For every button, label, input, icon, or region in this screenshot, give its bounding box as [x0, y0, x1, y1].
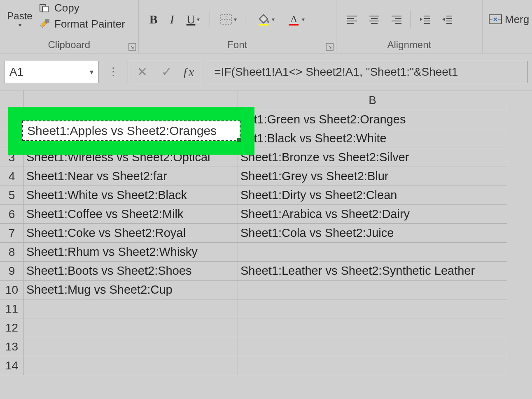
cell[interactable]	[24, 337, 238, 356]
increase-indent-icon	[441, 14, 453, 24]
font-dialog-launcher[interactable]: ↘	[326, 43, 334, 51]
cell[interactable]: Sheet1:Leather vs Sheet2:Synthetic Leath…	[238, 262, 507, 281]
svg-rect-1	[42, 6, 48, 12]
cell[interactable]: Sheet1:Dirty vs Sheet2:Clean	[238, 186, 507, 205]
copy-icon	[39, 3, 50, 13]
row-header[interactable]: 8	[0, 243, 24, 262]
row-header[interactable]: 7	[0, 224, 24, 243]
copy-button[interactable]: Copy	[36, 1, 128, 15]
row-header[interactable]: 5	[0, 186, 24, 205]
font-group: B I U▾ ▾ ▾ A ▾ Font ↘	[139, 0, 336, 53]
clipboard-group: Paste ▾ Copy Format Painter Clipboar	[0, 0, 139, 53]
merge-spacer	[486, 39, 529, 51]
selection-highlight: Sheet1:Apples vs Sheet2:Oranges	[8, 107, 254, 155]
chevron-down-icon: ▾	[19, 22, 21, 28]
cell[interactable]	[238, 281, 507, 299]
italic-button[interactable]: I	[168, 11, 177, 28]
cell[interactable]: Sheet1:White vs Sheet2:Black	[24, 186, 238, 205]
row-header[interactable]: 12	[0, 318, 24, 337]
bold-label: B	[149, 12, 158, 26]
align-right-button[interactable]	[388, 13, 405, 26]
formula-bar: A1 ▾ ⋮ ✕ ✓ ƒx =IF(Sheet1!A1<> Sheet2!A1,…	[0, 53, 532, 90]
svg-rect-6	[259, 24, 268, 26]
row-header[interactable]: 4	[0, 167, 24, 186]
decrease-indent-icon	[419, 14, 431, 24]
chevron-down-icon: ▾	[234, 16, 237, 23]
merge-button[interactable]: Merg	[486, 12, 532, 28]
cell[interactable]: Sheet1:Rhum vs Sheet2:Whisky	[24, 243, 238, 262]
alignment-group: Alignment	[336, 0, 483, 53]
cell[interactable]	[238, 299, 507, 318]
row-header[interactable]: 13	[0, 337, 24, 356]
chevron-down-icon: ▾	[302, 16, 305, 23]
cell[interactable]: Sheet1:Bronze vs Sheet2:Silver	[238, 148, 507, 167]
svg-text:A: A	[290, 14, 298, 24]
copy-label: Copy	[54, 2, 79, 14]
formula-text: =IF(Sheet1!A1<> Sheet2!A1, "Sheet1:"&She…	[214, 65, 458, 79]
name-box[interactable]: A1 ▾	[4, 61, 99, 83]
merge-icon	[488, 14, 502, 25]
row-header[interactable]: 14	[0, 356, 24, 375]
cell[interactable]: Sheet1:Near vs Sheet2:far	[24, 167, 238, 186]
fill-color-button[interactable]: ▾	[254, 12, 277, 27]
cell[interactable]	[238, 318, 507, 337]
cell[interactable]	[238, 243, 507, 262]
cell[interactable]: Sheet1:Arabica vs Sheet2:Dairy	[238, 205, 507, 224]
underline-label: U	[187, 12, 196, 26]
active-cell[interactable]: Sheet1:Apples vs Sheet2:Oranges	[22, 121, 240, 141]
column-header[interactable]: B	[238, 90, 507, 110]
cell[interactable]: Sheet1:Coffee vs Sheet2:Milk	[24, 205, 238, 224]
merge-label: Merg	[505, 13, 529, 26]
bold-button[interactable]: B	[147, 11, 160, 28]
cell[interactable]	[24, 356, 238, 375]
row-header[interactable]: 6	[0, 205, 24, 224]
cell[interactable]	[238, 356, 507, 375]
chevron-down-icon: ▾	[272, 16, 275, 23]
align-right-icon	[391, 14, 402, 24]
formula-input[interactable]: =IF(Sheet1!A1<> Sheet2!A1, "Sheet1:"&She…	[208, 61, 528, 83]
enter-button[interactable]: ✓	[158, 65, 175, 79]
format-painter-label: Format Painter	[54, 18, 125, 30]
row-header[interactable]: 9	[0, 262, 24, 281]
align-left-button[interactable]	[344, 13, 360, 26]
align-center-button[interactable]	[366, 13, 383, 26]
fill-handle[interactable]	[237, 138, 241, 142]
increase-indent-button[interactable]	[439, 13, 455, 26]
row-header[interactable]: 10	[0, 281, 24, 299]
cell[interactable]: eet1:Black vs Sheet2:White	[238, 129, 507, 148]
cell[interactable]: Sheet1:Grey vs Sheet2:Blur	[238, 167, 507, 186]
separator	[210, 11, 210, 28]
cancel-button[interactable]: ✕	[134, 65, 151, 79]
svg-rect-8	[289, 24, 299, 26]
align-center-icon	[369, 14, 380, 24]
borders-button[interactable]: ▾	[217, 12, 239, 27]
borders-icon	[220, 14, 232, 25]
paste-label: Paste	[7, 10, 32, 22]
cell[interactable]	[24, 318, 238, 337]
underline-button[interactable]: U▾	[184, 11, 203, 28]
cell[interactable]: Sheet1:Cola vs Sheet2:Juice	[238, 224, 507, 243]
grid-area: BSheet1:Apples vs Sheet2:Orangeseet1:Gre…	[0, 90, 532, 375]
cell[interactable]: Sheet1:Mug vs Sheet2:Cup	[24, 281, 238, 299]
cell[interactable]: eet1:Green vs Sheet2:Oranges	[238, 110, 507, 129]
paintbrush-icon	[39, 19, 50, 29]
format-painter-button[interactable]: Format Painter	[36, 17, 128, 31]
cell[interactable]: Sheet1:Coke vs Sheet2:Royal	[24, 224, 238, 243]
row-header[interactable]: 11	[0, 299, 24, 318]
italic-label: I	[170, 12, 174, 26]
cell[interactable]: Sheet1:Boots vs Sheet2:Shoes	[24, 262, 238, 281]
clipboard-dialog-launcher[interactable]: ↘	[128, 43, 136, 51]
ribbon: Paste ▾ Copy Format Painter Clipboar	[0, 0, 532, 53]
more-icon[interactable]: ⋮	[106, 65, 120, 78]
font-color-button[interactable]: A ▾	[285, 12, 307, 27]
fx-icon[interactable]: ƒx	[182, 65, 194, 79]
cell[interactable]	[238, 337, 507, 356]
clipboard-group-label: Clipboard	[3, 39, 135, 51]
formula-controls: ✕ ✓ ƒx	[128, 61, 200, 83]
svg-rect-2	[45, 19, 49, 23]
paste-button[interactable]: Paste ▾	[3, 1, 36, 38]
alignment-group-label: Alignment	[340, 39, 479, 51]
merge-group: Merg	[483, 0, 532, 53]
decrease-indent-button[interactable]	[417, 13, 433, 26]
cell[interactable]	[24, 299, 238, 318]
